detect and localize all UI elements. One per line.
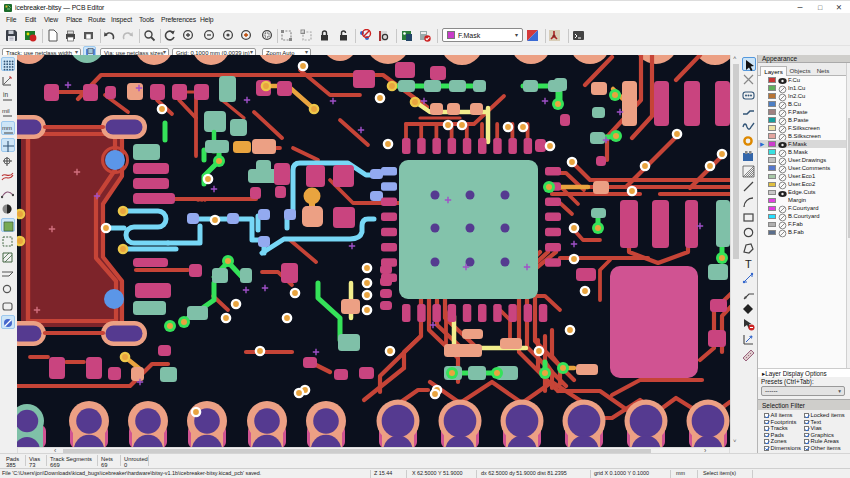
svg-text:mil: mil — [2, 108, 10, 114]
svg-text:in: in — [3, 91, 8, 98]
svg-text:CC1: CC1 — [196, 197, 206, 203]
svg-text:T: T — [745, 258, 752, 270]
svg-text:mm: mm — [2, 125, 12, 131]
